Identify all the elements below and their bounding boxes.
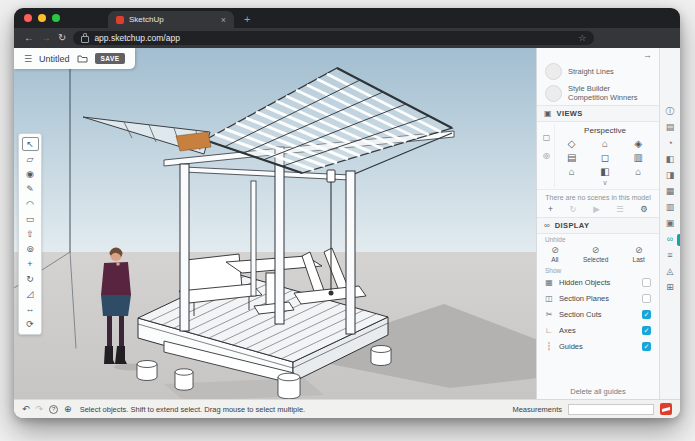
folder-icon[interactable] [77, 54, 88, 63]
tool-paint[interactable]: ◉ [23, 167, 38, 181]
views-section-header[interactable]: ▣ VIEWS [537, 105, 659, 122]
outliner-icon[interactable]: ≡ [667, 250, 672, 260]
right-panel: → Straight Lines Style Builder Competiti… [536, 48, 659, 399]
section-cuts-checkbox[interactable]: ✓ [642, 310, 651, 319]
section-planes-checkbox[interactable] [642, 294, 651, 303]
view-bottom-icon[interactable]: ◈ [634, 138, 642, 150]
undo-icon[interactable]: ↶ [22, 405, 30, 414]
tab-close-icon[interactable]: × [221, 15, 226, 25]
sketchup-favicon [116, 16, 124, 24]
hidden-objects-checkbox[interactable] [642, 278, 651, 287]
guides-checkbox[interactable]: ✓ [642, 342, 651, 351]
tool-push-pull[interactable]: ⇧ [23, 227, 38, 241]
zoom-window-button[interactable] [52, 14, 60, 22]
tool-tape-measure[interactable]: ↔ [23, 302, 38, 316]
tool-offset[interactable]: ⊚ [23, 242, 38, 256]
views-header-icon: ▣ [544, 109, 552, 118]
section-cuts-icon: ✂ [544, 310, 554, 319]
save-button[interactable]: SAVE [95, 53, 126, 64]
update-scene-icon[interactable]: ↻ [569, 204, 576, 214]
bookmark-star-icon[interactable]: ☆ [578, 33, 586, 43]
style-thumbnail [545, 85, 562, 102]
play-animation-icon[interactable]: ▶ [593, 204, 600, 214]
entity-info-icon[interactable]: ⓘ [666, 106, 675, 116]
tool-select[interactable]: ↖ [22, 137, 39, 151]
minimize-window-button[interactable] [38, 14, 46, 22]
lock-icon [81, 36, 89, 43]
unhide-all-button[interactable]: ⊘ All [551, 245, 559, 263]
view-front-icon[interactable]: ▤ [567, 152, 576, 164]
unhide-last-label: Last [633, 256, 645, 263]
redo-icon[interactable]: ↷ [36, 405, 44, 414]
tool-rectangle[interactable]: ▭ [23, 212, 38, 226]
view-nw-icon[interactable]: ⌂ [635, 166, 641, 178]
row-label: Guides [559, 342, 637, 351]
forward-icon[interactable]: → [41, 33, 51, 43]
show-row-section-cuts: ✂ Section Cuts ✓ [537, 307, 659, 323]
measurements-input[interactable] [568, 404, 654, 415]
add-scene-icon[interactable]: + [548, 204, 553, 214]
camera-mode-dropdown[interactable]: Perspective [584, 124, 626, 137]
delete-all-guides-link[interactable]: Delete all guides [537, 384, 659, 399]
reload-icon[interactable]: ↻ [58, 33, 66, 43]
components-icon[interactable]: ◔ [667, 138, 672, 148]
style-label: Straight Lines [568, 67, 614, 76]
eye-off-icon: ⊘ [592, 245, 600, 255]
axes-icon: ∟ [544, 326, 554, 335]
row-label: Section Cuts [559, 310, 637, 319]
view-ne-icon[interactable]: ◧ [600, 166, 609, 178]
tool-line[interactable]: ✎ [23, 182, 38, 196]
show-row-hidden-objects: ▦ Hidden Objects [537, 275, 659, 291]
view-top-icon[interactable]: ⌂ [602, 138, 608, 150]
tool-arc[interactable]: ◠ [23, 197, 38, 211]
view-mode-orbit-icon[interactable]: ◎ [543, 151, 550, 160]
browser-tab-sketchup[interactable]: SketchUp × [108, 11, 234, 28]
hamburger-menu-icon[interactable]: ☰ [24, 54, 32, 64]
view-iso-icon[interactable]: ◇ [568, 138, 576, 150]
back-icon[interactable]: ← [24, 33, 34, 43]
help-icon[interactable]: ? [49, 405, 58, 414]
browser-window: SketchUp × + ← → ↻ app.sketchup.com/app … [14, 8, 680, 418]
style-item-straight-lines[interactable]: Straight Lines [537, 61, 659, 82]
display-section-header[interactable]: ∞ DISPLAY [537, 217, 659, 234]
unhide-label: Unhide [537, 234, 659, 244]
soften-edges-icon[interactable]: ◬ [667, 266, 674, 276]
model-viewport[interactable]: ☰ Untitled SAVE ↖ ▱ ◉ ✎ ◠ ▭ ⇧ ⊚ + ↻ ◿ [14, 48, 536, 399]
scene-list-icon[interactable]: ☰ [616, 204, 624, 214]
views-body: ▢ ◎ Perspective ◇ ⌂ ◈ ▤ ◻ ▥ ⌂ ◧ ⌂ [537, 122, 659, 189]
views-icon[interactable]: ▣ [666, 218, 675, 228]
styles-icon[interactable]: ◨ [666, 170, 675, 180]
scene-settings-icon[interactable]: ⚙ [640, 204, 648, 214]
url-text[interactable]: app.sketchup.com/app [94, 33, 573, 43]
view-mode-standard-icon[interactable]: ▢ [543, 133, 551, 142]
new-tab-button[interactable]: + [244, 13, 250, 25]
section-planes-icon: ◫ [544, 294, 554, 303]
unhide-all-label: All [551, 256, 558, 263]
view-left-icon[interactable]: ▥ [634, 152, 643, 164]
tags-icon[interactable]: ▦ [666, 186, 675, 196]
materials-icon[interactable]: ◧ [666, 154, 675, 164]
collapse-panel-icon[interactable]: → [643, 50, 652, 60]
tool-scale[interactable]: ◿ [23, 287, 38, 301]
model-info-icon[interactable]: ⊞ [666, 282, 674, 292]
unhide-selected-button[interactable]: ⊘ Selected [583, 245, 608, 263]
display-icon[interactable]: ∞ [667, 234, 673, 244]
row-label: Axes [559, 326, 637, 335]
language-globe-icon[interactable]: ⊕ [64, 405, 72, 414]
tool-orbit[interactable]: ⟳ [23, 317, 38, 331]
tool-rotate[interactable]: ↻ [23, 272, 38, 286]
tool-eraser[interactable]: ▱ [23, 152, 38, 166]
views-expand-chevron-icon[interactable]: ∨ [602, 179, 607, 187]
instructor-icon[interactable]: ▤ [666, 122, 675, 132]
view-right-icon[interactable]: ⌂ [569, 166, 575, 178]
model-scene [14, 48, 536, 399]
scenes-icon[interactable]: ▥ [666, 202, 675, 212]
style-item-style-builder[interactable]: Style Builder Competition Winners [537, 82, 659, 105]
address-bar[interactable]: app.sketchup.com/app ☆ [73, 31, 594, 45]
unhide-last-button[interactable]: ⊘ Last [633, 245, 645, 263]
axes-checkbox[interactable]: ✓ [642, 326, 651, 335]
active-panel-indicator [677, 234, 680, 246]
tool-move[interactable]: + [23, 257, 38, 271]
view-back-icon[interactable]: ◻ [601, 152, 609, 164]
close-window-button[interactable] [24, 14, 32, 22]
